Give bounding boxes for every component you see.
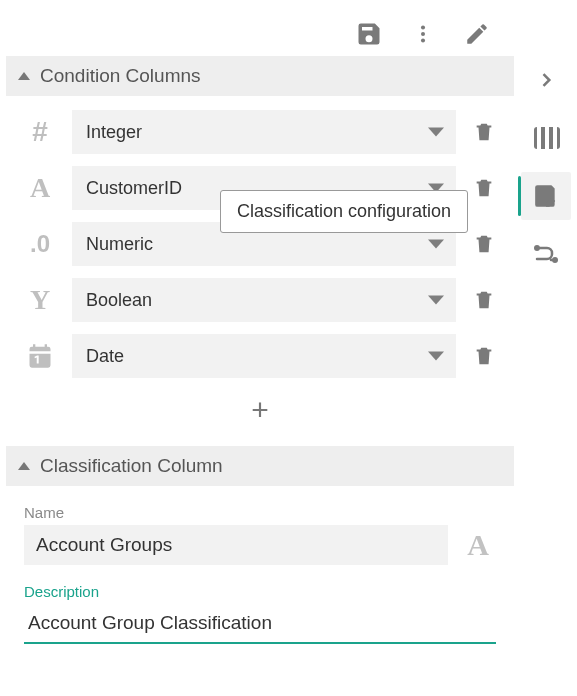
more-vertical-icon: [412, 20, 434, 48]
rail-classification[interactable]: [521, 172, 571, 220]
condition-row: Date: [20, 328, 500, 384]
collapse-triangle-icon: [18, 462, 30, 470]
conditions-body: # Integer A CustomerID .0 Numeric: [6, 96, 514, 446]
side-rail: [519, 56, 573, 278]
classification-body: Name A Description: [6, 486, 514, 658]
note-edit-icon: [533, 183, 559, 209]
delete-button[interactable]: [468, 232, 500, 256]
delete-button[interactable]: [468, 120, 500, 144]
flow-icon: [532, 242, 560, 266]
rail-columns[interactable]: [521, 114, 571, 162]
condition-value: Date: [86, 346, 124, 367]
edit-button[interactable]: [459, 16, 495, 52]
classification-title: Classification Column: [40, 455, 223, 477]
trash-icon: [473, 176, 495, 200]
description-input[interactable]: [24, 604, 496, 644]
calendar-icon: [20, 342, 60, 370]
trash-icon: [473, 232, 495, 256]
name-label: Name: [24, 504, 496, 521]
tooltip: Classification configuration: [220, 190, 468, 233]
delete-button[interactable]: [468, 288, 500, 312]
letter-y-icon: Y: [20, 284, 60, 316]
condition-dropdown[interactable]: Boolean: [72, 278, 456, 322]
delete-button[interactable]: [468, 176, 500, 200]
condition-value: Numeric: [86, 234, 153, 255]
condition-row: Y Boolean: [20, 272, 500, 328]
svg-point-2: [421, 38, 425, 42]
condition-value: Integer: [86, 122, 142, 143]
tooltip-text: Classification configuration: [237, 201, 451, 221]
name-input[interactable]: [24, 525, 448, 565]
description-field-block: Description: [24, 583, 496, 644]
conditions-header[interactable]: Condition Columns: [6, 56, 514, 96]
conditions-title: Condition Columns: [40, 65, 201, 87]
rail-flow[interactable]: [521, 230, 571, 278]
description-label: Description: [24, 583, 496, 600]
trash-icon: [473, 288, 495, 312]
trash-icon: [473, 344, 495, 368]
save-button[interactable]: [351, 16, 387, 52]
condition-dropdown[interactable]: Integer: [72, 110, 456, 154]
letter-a-icon: A: [20, 172, 60, 204]
condition-dropdown[interactable]: Date: [72, 334, 456, 378]
condition-row: # Integer: [20, 104, 500, 160]
delete-button[interactable]: [468, 344, 500, 368]
classification-header[interactable]: Classification Column: [6, 446, 514, 486]
plus-icon: +: [251, 393, 269, 427]
name-field-block: Name A: [24, 504, 496, 565]
condition-value: Boolean: [86, 290, 152, 311]
svg-point-1: [421, 32, 425, 36]
condition-value: CustomerID: [86, 178, 182, 199]
svg-point-0: [421, 26, 425, 30]
chevron-right-icon: [536, 70, 556, 90]
letter-a-icon: A: [460, 528, 496, 562]
top-toolbar: [0, 10, 507, 58]
collapse-triangle-icon: [18, 72, 30, 80]
columns-icon: [531, 126, 561, 150]
add-condition-button[interactable]: +: [20, 384, 500, 436]
save-icon: [355, 20, 383, 48]
pencil-icon: [464, 21, 490, 47]
trash-icon: [473, 120, 495, 144]
decimal-icon: .0: [20, 230, 60, 258]
rail-expand[interactable]: [521, 56, 571, 104]
hash-icon: #: [20, 116, 60, 148]
more-button[interactable]: [405, 16, 441, 52]
main-panel: Condition Columns # Integer A CustomerID: [6, 56, 514, 658]
